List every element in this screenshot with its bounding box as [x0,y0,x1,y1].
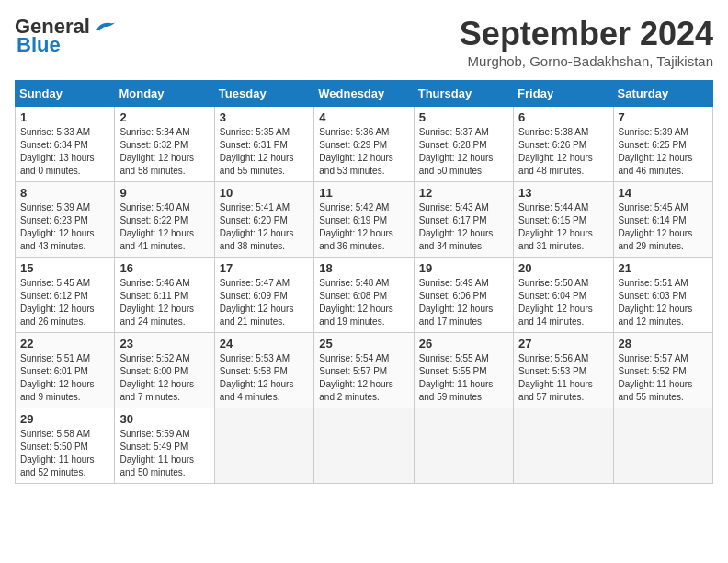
day-info: Sunrise: 5:42 AMSunset: 6:19 PMDaylight:… [319,201,408,253]
day-number: 29 [20,412,109,426]
day-number: 30 [119,412,209,426]
day-info: Sunrise: 5:44 AMSunset: 6:15 PMDaylight:… [518,201,608,253]
calendar-week-1: 1 Sunrise: 5:33 AMSunset: 6:34 PMDayligh… [16,107,713,182]
day-number: 21 [619,261,708,275]
calendar-cell: 16 Sunrise: 5:46 AMSunset: 6:11 PMDaylig… [115,258,214,333]
day-number: 17 [220,261,309,275]
day-info: Sunrise: 5:55 AMSunset: 5:55 PMDaylight:… [419,352,508,404]
day-number: 9 [119,186,209,200]
calendar-table: SundayMondayTuesdayWednesdayThursdayFrid… [15,80,713,484]
calendar-week-2: 8 Sunrise: 5:39 AMSunset: 6:23 PMDayligh… [16,182,713,258]
column-header-sunday: Sunday [16,81,115,107]
calendar-cell [613,408,712,484]
day-number: 16 [119,261,209,275]
day-info: Sunrise: 5:40 AMSunset: 6:22 PMDaylight:… [119,201,209,253]
calendar-cell: 19 Sunrise: 5:49 AMSunset: 6:06 PMDaylig… [414,258,513,333]
calendar-cell: 3 Sunrise: 5:35 AMSunset: 6:31 PMDayligh… [214,107,313,182]
calendar-cell: 29 Sunrise: 5:58 AMSunset: 5:50 PMDaylig… [16,408,115,484]
day-info: Sunrise: 5:39 AMSunset: 6:25 PMDaylight:… [619,126,708,178]
day-number: 23 [119,337,209,350]
day-info: Sunrise: 5:52 AMSunset: 6:00 PMDaylight:… [119,352,209,404]
day-number: 27 [518,337,608,350]
column-header-saturday: Saturday [613,81,712,107]
calendar-week-3: 15 Sunrise: 5:45 AMSunset: 6:12 PMDaylig… [16,258,713,333]
calendar-cell: 21 Sunrise: 5:51 AMSunset: 6:03 PMDaylig… [613,258,712,333]
day-number: 13 [518,186,608,200]
calendar-cell: 24 Sunrise: 5:53 AMSunset: 5:58 PMDaylig… [214,333,313,408]
day-number: 22 [20,337,109,350]
calendar-cell: 2 Sunrise: 5:34 AMSunset: 6:32 PMDayligh… [115,107,214,182]
calendar-cell: 8 Sunrise: 5:39 AMSunset: 6:23 PMDayligh… [16,182,115,258]
logo-blue: Blue [17,33,61,57]
day-number: 19 [419,261,508,275]
day-number: 24 [220,337,309,350]
calendar-cell: 26 Sunrise: 5:55 AMSunset: 5:55 PMDaylig… [414,333,513,408]
column-header-wednesday: Wednesday [314,81,414,107]
day-info: Sunrise: 5:54 AMSunset: 5:57 PMDaylight:… [319,352,408,404]
calendar-header-row: SundayMondayTuesdayWednesdayThursdayFrid… [16,81,713,107]
calendar-cell [514,408,613,484]
day-info: Sunrise: 5:59 AMSunset: 5:49 PMDaylight:… [119,428,209,479]
calendar-body: 1 Sunrise: 5:33 AMSunset: 6:34 PMDayligh… [16,107,713,484]
calendar-cell: 7 Sunrise: 5:39 AMSunset: 6:25 PMDayligh… [613,107,712,182]
day-info: Sunrise: 5:35 AMSunset: 6:31 PMDaylight:… [220,126,309,178]
logo-bird-icon [92,17,118,36]
calendar-cell: 15 Sunrise: 5:45 AMSunset: 6:12 PMDaylig… [16,258,115,333]
day-number: 10 [220,186,309,200]
calendar-cell: 14 Sunrise: 5:45 AMSunset: 6:14 PMDaylig… [613,182,712,258]
calendar-cell: 17 Sunrise: 5:47 AMSunset: 6:09 PMDaylig… [214,258,313,333]
calendar-cell [214,408,313,484]
day-number: 6 [518,110,608,124]
day-number: 28 [619,337,708,350]
day-info: Sunrise: 5:50 AMSunset: 6:04 PMDaylight:… [518,277,608,328]
day-number: 11 [319,186,408,200]
location: Murghob, Gorno-Badakhshan, Tajikistan [460,53,713,69]
day-info: Sunrise: 5:39 AMSunset: 6:23 PMDaylight:… [20,201,109,253]
logo: General Blue [15,15,118,57]
day-number: 7 [619,110,708,124]
day-info: Sunrise: 5:49 AMSunset: 6:06 PMDaylight:… [419,277,508,328]
day-number: 3 [220,110,309,124]
calendar-cell: 13 Sunrise: 5:44 AMSunset: 6:15 PMDaylig… [514,182,613,258]
day-info: Sunrise: 5:43 AMSunset: 6:17 PMDaylight:… [419,201,508,253]
calendar-cell: 22 Sunrise: 5:51 AMSunset: 6:01 PMDaylig… [16,333,115,408]
day-info: Sunrise: 5:58 AMSunset: 5:50 PMDaylight:… [20,428,109,479]
day-number: 15 [20,261,109,275]
calendar-cell: 28 Sunrise: 5:57 AMSunset: 5:52 PMDaylig… [613,333,712,408]
day-info: Sunrise: 5:36 AMSunset: 6:29 PMDaylight:… [319,126,408,178]
calendar-cell: 23 Sunrise: 5:52 AMSunset: 6:00 PMDaylig… [115,333,214,408]
day-info: Sunrise: 5:48 AMSunset: 6:08 PMDaylight:… [319,277,408,328]
day-number: 12 [419,186,508,200]
calendar-cell: 9 Sunrise: 5:40 AMSunset: 6:22 PMDayligh… [115,182,214,258]
page-header: General Blue September 2024 Murghob, Gor… [15,15,713,69]
column-header-thursday: Thursday [414,81,513,107]
calendar-cell: 4 Sunrise: 5:36 AMSunset: 6:29 PMDayligh… [314,107,414,182]
calendar-week-5: 29 Sunrise: 5:58 AMSunset: 5:50 PMDaylig… [16,408,713,484]
day-number: 4 [319,110,408,124]
day-number: 20 [518,261,608,275]
day-number: 14 [619,186,708,200]
column-header-friday: Friday [514,81,613,107]
calendar-cell: 1 Sunrise: 5:33 AMSunset: 6:34 PMDayligh… [16,107,115,182]
day-number: 1 [20,110,109,124]
calendar-cell: 6 Sunrise: 5:38 AMSunset: 6:26 PMDayligh… [514,107,613,182]
calendar-cell: 5 Sunrise: 5:37 AMSunset: 6:28 PMDayligh… [414,107,513,182]
calendar-cell: 25 Sunrise: 5:54 AMSunset: 5:57 PMDaylig… [314,333,414,408]
calendar-cell: 11 Sunrise: 5:42 AMSunset: 6:19 PMDaylig… [314,182,414,258]
day-info: Sunrise: 5:46 AMSunset: 6:11 PMDaylight:… [119,277,209,328]
title-block: September 2024 Murghob, Gorno-Badakhshan… [460,15,713,69]
calendar-cell [314,408,414,484]
day-info: Sunrise: 5:57 AMSunset: 5:52 PMDaylight:… [619,352,708,404]
day-info: Sunrise: 5:41 AMSunset: 6:20 PMDaylight:… [220,201,309,253]
month-title: September 2024 [460,15,713,53]
column-header-monday: Monday [115,81,214,107]
day-info: Sunrise: 5:38 AMSunset: 6:26 PMDaylight:… [518,126,608,178]
day-number: 5 [419,110,508,124]
day-info: Sunrise: 5:51 AMSunset: 6:01 PMDaylight:… [20,352,109,404]
calendar-cell: 12 Sunrise: 5:43 AMSunset: 6:17 PMDaylig… [414,182,513,258]
calendar-cell: 18 Sunrise: 5:48 AMSunset: 6:08 PMDaylig… [314,258,414,333]
day-info: Sunrise: 5:45 AMSunset: 6:12 PMDaylight:… [20,277,109,328]
day-info: Sunrise: 5:33 AMSunset: 6:34 PMDaylight:… [20,126,109,178]
calendar-week-4: 22 Sunrise: 5:51 AMSunset: 6:01 PMDaylig… [16,333,713,408]
column-header-tuesday: Tuesday [214,81,313,107]
